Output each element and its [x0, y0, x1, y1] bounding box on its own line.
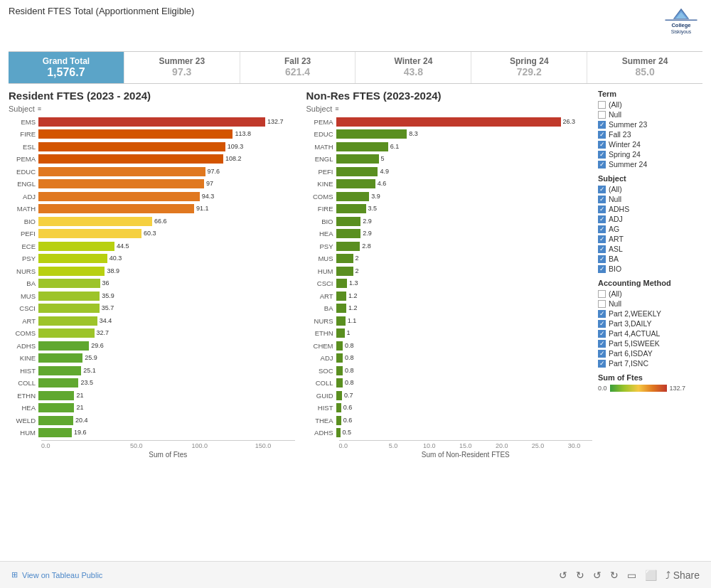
checkbox[interactable]: ✓ — [598, 360, 606, 368]
expand-icon[interactable]: ⬜ — [645, 570, 657, 581]
resident-sort-icon[interactable]: ≡ — [38, 105, 41, 112]
checkbox[interactable]: ✓ — [598, 255, 606, 263]
bar-value: 4.6 — [378, 180, 387, 187]
x-tick: 30.0 — [556, 440, 592, 449]
resident-subject-label: Subject ≡ — [9, 105, 295, 113]
logo: College Siskiyous — [660, 6, 702, 48]
legend-item[interactable]: ✓Summer 24 — [598, 160, 702, 169]
checkbox[interactable]: ✓ — [598, 245, 606, 253]
share-icon[interactable]: ⤴ Share — [665, 570, 700, 581]
legend-item[interactable]: Null — [598, 110, 702, 119]
legend-item[interactable]: ✓Part 7,ISNC — [598, 359, 702, 368]
bar — [38, 292, 100, 301]
bar-value: 20.4 — [75, 417, 88, 424]
bar-value: 23.5 — [80, 379, 93, 386]
legend-item[interactable]: ✓Part 2,WEEKLY — [598, 309, 702, 318]
checkbox[interactable]: ✓ — [598, 235, 606, 243]
bar-container: 109.3 — [38, 142, 295, 151]
checkbox[interactable]: ✓ — [598, 310, 606, 318]
redo-button[interactable]: ↻ — [576, 570, 584, 581]
bar-container: 21 — [38, 403, 295, 412]
bar-row: THEA0.6 — [306, 415, 593, 426]
legend-item[interactable]: Null — [598, 299, 702, 308]
legend-item[interactable]: ✓Part 5,ISWEEK — [598, 339, 702, 348]
checkbox[interactable] — [598, 111, 606, 119]
bar-container: 1.1 — [336, 316, 593, 326]
bar-value: 35.7 — [102, 304, 114, 311]
checkbox[interactable]: ✓ — [598, 131, 606, 139]
legend-item[interactable]: ✓BIO — [598, 264, 702, 273]
undo2-button[interactable]: ↺ — [593, 570, 602, 581]
bar-value: 32.7 — [97, 329, 109, 336]
bar-container: 94.3 — [38, 192, 295, 201]
checkbox[interactable]: ✓ — [598, 330, 606, 338]
checkbox[interactable] — [598, 300, 606, 308]
checkbox[interactable]: ✓ — [598, 186, 606, 193]
legend-item[interactable]: ✓Fall 23 — [598, 130, 702, 139]
grand-total-value: 1,576.7 — [14, 66, 118, 79]
legend-item[interactable]: ✓Summer 23 — [598, 120, 702, 129]
nonres-sort-icon[interactable]: ≡ — [335, 105, 338, 112]
legend-item[interactable]: ✓ART — [598, 235, 702, 243]
legend-item[interactable]: ✓Part 4,ACTUAL — [598, 329, 702, 338]
legend-item[interactable]: ✓Part 6,ISDAY — [598, 349, 702, 358]
bar — [38, 192, 200, 201]
bar-container: 60.3 — [38, 229, 295, 238]
legend-item[interactable]: ✓Winter 24 — [598, 140, 702, 149]
legend-item[interactable]: ✓AG — [598, 225, 702, 233]
legend-item[interactable]: ✓Part 3,DAILY — [598, 319, 702, 328]
legend-item[interactable]: ✓(All) — [598, 185, 702, 193]
checkbox[interactable]: ✓ — [598, 215, 606, 223]
legend-item[interactable]: ✓ADHS — [598, 205, 702, 213]
grand-total-cell: Grand Total 1,576.7 — [9, 52, 124, 83]
checkbox[interactable]: ✓ — [598, 141, 606, 149]
checkbox[interactable]: ✓ — [598, 196, 606, 203]
filter-label: Part 3,DAILY — [609, 319, 652, 328]
checkbox[interactable]: ✓ — [598, 225, 606, 233]
x-tick: 150.0 — [231, 440, 294, 449]
legend-item[interactable]: ✓Spring 24 — [598, 150, 702, 159]
checkbox[interactable] — [598, 290, 606, 298]
bar-row: GUID0.7 — [306, 390, 593, 401]
bar-row: ETHN21 — [9, 390, 295, 401]
bar — [38, 353, 82, 363]
legend-item[interactable]: (All) — [598, 100, 702, 109]
undo-button[interactable]: ↺ — [559, 570, 567, 581]
bar — [38, 416, 73, 425]
checkbox[interactable]: ✓ — [598, 205, 606, 213]
legend-item[interactable]: ✓Null — [598, 195, 702, 203]
redo2-button[interactable]: ↻ — [610, 570, 619, 581]
filter-label: (All) — [609, 185, 622, 193]
bar-container: 29.6 — [38, 341, 295, 351]
checkbox[interactable]: ✓ — [598, 151, 606, 159]
bar-row: NURS1.1 — [306, 315, 593, 326]
bar-value: 91.1 — [196, 205, 209, 212]
bar-container: 2.9 — [336, 217, 593, 226]
filter-label: Null — [609, 299, 621, 308]
filter-label: Null — [609, 195, 621, 203]
checkbox[interactable]: ✓ — [598, 265, 606, 273]
bar-row: ETHN1 — [306, 328, 593, 339]
legend-item[interactable]: (All) — [598, 289, 702, 298]
bar — [336, 167, 378, 176]
bar-row: PSY2.8 — [306, 240, 593, 252]
legend-item[interactable]: ✓ASL — [598, 245, 702, 253]
footer-left: ⊞ View on Tableau Public — [11, 570, 102, 579]
bar-label: MATH — [9, 205, 38, 213]
checkbox[interactable]: ✓ — [598, 350, 606, 358]
checkbox[interactable]: ✓ — [598, 161, 606, 169]
checkbox[interactable]: ✓ — [598, 340, 606, 348]
legend-item[interactable]: ✓BA — [598, 255, 702, 263]
tableau-link[interactable]: View on Tableau Public — [22, 571, 102, 579]
monitor-icon[interactable]: ▭ — [627, 570, 636, 581]
bar-container: 40.3 — [38, 254, 295, 263]
filter-label: Part 4,ACTUAL — [609, 329, 660, 338]
legend-item[interactable]: ✓ADJ — [598, 215, 702, 223]
fall23-cell: Fall 23 621.4 — [240, 52, 356, 83]
checkbox[interactable] — [598, 101, 606, 109]
checkbox[interactable]: ✓ — [598, 320, 606, 328]
nonres-x-axis: 0.05.010.015.020.025.030.0 — [306, 440, 593, 449]
bar — [336, 154, 379, 164]
bar-row: KINE4.6 — [306, 178, 593, 190]
checkbox[interactable]: ✓ — [598, 121, 606, 129]
